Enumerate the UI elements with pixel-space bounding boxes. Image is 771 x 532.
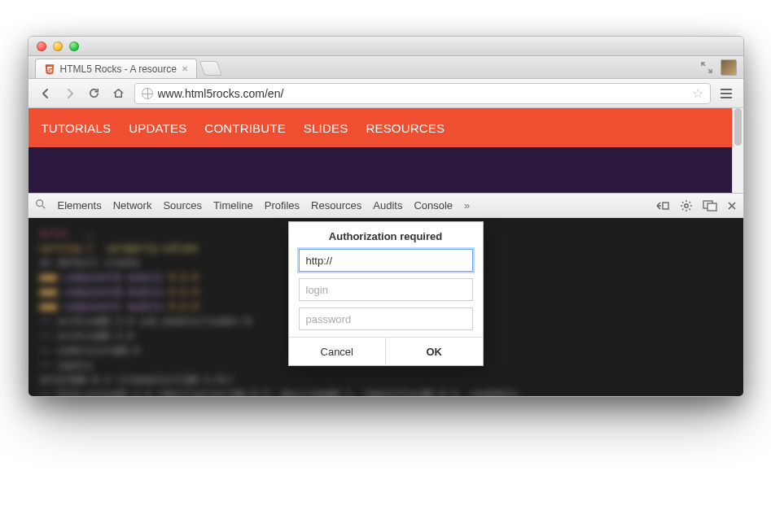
auth-url-value: http:// [306,255,333,267]
page-viewport: TUTORIALS UPDATES CONTRIBUTE SLIDES RESO… [28,108,743,396]
devtools-drawer-toggle-icon[interactable] [655,200,670,211]
auth-password-input[interactable]: password [299,307,473,330]
profile-avatar[interactable] [721,59,737,76]
auth-login-input[interactable]: login [299,278,473,301]
nav-contribute[interactable]: CONTRIBUTE [204,121,286,135]
window-zoom-button[interactable] [69,41,79,51]
site-content: TUTORIALS UPDATES CONTRIBUTE SLIDES RESO… [28,108,743,193]
browser-window: HTML5 Rocks - A resource ✕ www.html5rock… [28,36,744,397]
window-minimize-button[interactable] [53,41,63,51]
devtools-dock-icon[interactable] [703,200,717,211]
auth-ok-button[interactable]: OK [386,338,483,365]
devtools-tab-network[interactable]: Network [113,199,152,211]
browser-tab[interactable]: HTML5 Rocks - A resource ✕ [35,59,197,78]
page-scrollbar[interactable] [732,108,743,193]
back-button[interactable] [37,85,55,102]
address-bar[interactable]: www.html5rocks.com/en/ ☆ [134,83,711,104]
auth-dialog: Authorization required http:// login pas… [288,221,484,366]
fullscreen-icon[interactable] [701,62,712,73]
chrome-menu-button[interactable] [717,83,735,104]
new-tab-button[interactable] [199,61,223,76]
auth-password-placeholder: password [306,313,352,325]
tabstrip-right [701,59,737,76]
devtools-tab-resources[interactable]: Resources [311,199,361,211]
tab-strip: HTML5 Rocks - A resource ✕ [28,56,743,79]
forward-button[interactable] [61,85,79,102]
devtools-tabs-overflow-icon[interactable]: » [464,199,470,211]
home-button[interactable] [110,85,128,102]
svg-rect-6 [707,203,716,211]
address-bar-url: www.html5rocks.com/en/ [158,87,692,100]
nav-tutorials[interactable]: TUTORIALS [42,121,112,135]
scrollbar-thumb[interactable] [734,108,742,146]
nav-resources[interactable]: RESOURCES [366,121,445,135]
window-close-button[interactable] [37,41,46,51]
devtools-toolbar-right [655,199,737,212]
auth-cancel-button[interactable]: Cancel [289,338,387,365]
html5-favicon-icon [44,63,55,75]
devtools-tab-console[interactable]: Console [414,199,453,211]
auth-dialog-title: Authorization required [289,222,483,249]
devtools-tab-elements[interactable]: Elements [58,199,102,211]
nav-slides[interactable]: SLIDES [304,121,348,135]
window-traffic-lights [37,41,79,51]
tab-title: HTML5 Rocks - A resource [60,63,177,75]
site-nav: TUTORIALS UPDATES CONTRIBUTE SLIDES RESO… [28,108,743,147]
devtools-panel: error … warning-1 –property–values at de… [28,218,743,397]
devtools-tab-timeline[interactable]: Timeline [213,199,253,211]
auth-dialog-buttons: Cancel OK [289,337,483,365]
devtools-inspect-icon[interactable] [35,198,46,212]
svg-point-2 [36,200,42,207]
globe-icon [142,88,153,99]
bookmark-star-icon[interactable]: ☆ [692,85,703,101]
auth-login-placeholder: login [306,284,328,296]
devtools-tabbar: Elements Network Sources Timeline Profil… [28,194,743,218]
devtools-tab-sources[interactable]: Sources [163,199,202,211]
devtools-close-icon[interactable] [727,201,737,211]
window-titlebar [28,37,743,56]
devtools-tab-audits[interactable]: Audits [373,199,402,211]
svg-rect-3 [663,203,668,209]
devtools-tab-profiles[interactable]: Profiles [265,199,300,211]
reload-button[interactable] [85,85,103,102]
tab-close-icon[interactable]: ✕ [182,64,188,73]
nav-updates[interactable]: UPDATES [129,121,186,135]
devtools: Elements Network Sources Timeline Profil… [28,193,743,397]
auth-url-input[interactable]: http:// [299,249,473,272]
browser-toolbar: www.html5rocks.com/en/ ☆ [28,79,743,108]
site-hero [28,147,743,193]
svg-point-4 [684,203,687,207]
devtools-settings-icon[interactable] [680,199,693,212]
